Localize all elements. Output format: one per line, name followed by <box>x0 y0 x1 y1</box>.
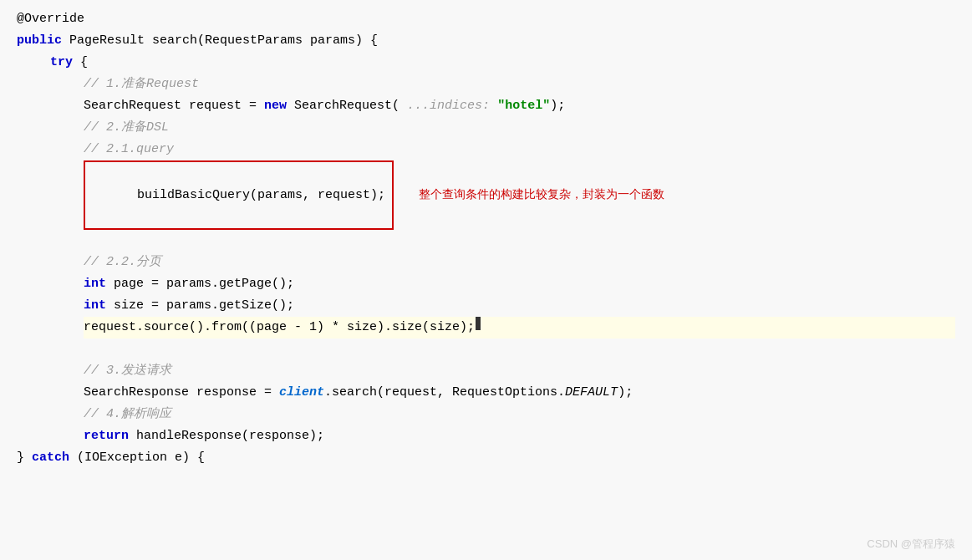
line-empty1 <box>17 230 955 252</box>
line-search-response: SearchResponse response = client .search… <box>84 382 955 404</box>
request-source-text: request.source().from((page - 1) * size)… <box>84 317 475 339</box>
line-empty2 <box>17 339 955 360</box>
comment-paging: // 2.2.分页 <box>84 252 161 273</box>
search-request-decl: SearchRequest request = <box>84 95 264 117</box>
line-comment-paging: // 2.2.分页 <box>84 252 955 273</box>
build-query-boxed: buildBasicQuery(params, request); <box>84 160 394 230</box>
line-override: @Override <box>17 8 955 30</box>
line-comment2: // 2.准备DSL <box>84 117 955 139</box>
kw-catch: catch <box>32 447 69 469</box>
comment-prepare-dsl: // 2.准备DSL <box>84 117 169 139</box>
param-hint: ...indices: <box>399 95 497 117</box>
line-comment-query: // 2.1.query <box>84 139 955 160</box>
hotel-string: "hotel" <box>497 95 550 117</box>
kw-try: try <box>50 52 73 74</box>
line-catch: } catch (IOException e) { <box>17 447 955 469</box>
kw-int-page: int <box>84 273 106 295</box>
line-int-page: int page = params.getPage(); <box>84 273 955 295</box>
line-try: try { <box>50 52 955 74</box>
try-brace: { <box>73 52 88 74</box>
line-int-size: int size = params.getSize(); <box>84 295 955 317</box>
line-comment1: // 1.准备Request <box>84 74 955 95</box>
line-comment-send: // 3.发送请求 <box>84 360 955 382</box>
page-var: page = params.getPage(); <box>106 273 294 295</box>
response-decl: SearchResponse response = <box>84 382 279 404</box>
line-method-sig: public PageResult search(RequestParams p… <box>17 30 955 52</box>
annotation-text: 整个查询条件的构建比较复杂，封装为一个函数 <box>419 185 664 205</box>
catch-clause: (IOException e) { <box>69 447 205 469</box>
override-annotation: @Override <box>17 8 84 30</box>
code-container: @Override public PageResult search(Reque… <box>0 0 972 560</box>
handle-response: handleResponse(response); <box>129 425 324 447</box>
line-comment-parse: // 4.解析响应 <box>84 404 955 425</box>
line-build-query: buildBasicQuery(params, request); 整个查询条件… <box>84 160 955 230</box>
comment-prepare-request: // 1.准备Request <box>84 74 199 95</box>
kw-public: public <box>17 30 62 52</box>
kw-new: new <box>264 95 287 117</box>
line-search-request: SearchRequest request = new SearchReques… <box>84 95 955 117</box>
comment-query: // 2.1.query <box>84 139 174 160</box>
search-request-end: ); <box>550 95 565 117</box>
closing-brace: } <box>17 447 32 469</box>
search-request-call: SearchRequest( <box>287 95 399 117</box>
size-var: size = params.getSize(); <box>106 295 294 317</box>
search-call: .search(request, RequestOptions. <box>324 382 565 404</box>
cursor <box>476 317 481 330</box>
comment-send: // 3.发送请求 <box>84 360 171 382</box>
watermark: CSDN @管程序猿 <box>867 535 955 553</box>
default-const: DEFAULT <box>565 382 618 404</box>
kw-int-size: int <box>84 295 106 317</box>
search-end: ); <box>618 382 633 404</box>
method-sig: PageResult search(RequestParams params) … <box>62 30 378 52</box>
client-ref: client <box>279 382 324 404</box>
line-return: return handleResponse(response); <box>84 425 955 447</box>
kw-return: return <box>84 425 129 447</box>
comment-parse: // 4.解析响应 <box>84 404 171 425</box>
line-request-source: request.source().from((page - 1) * size)… <box>84 317 955 339</box>
build-query-text: buildBasicQuery(params, request); <box>137 188 385 202</box>
